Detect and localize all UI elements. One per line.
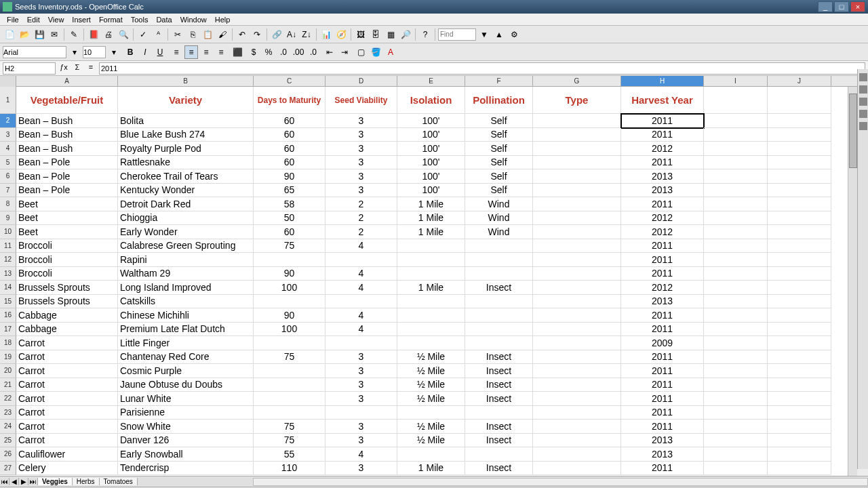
cell[interactable]: 2011 bbox=[621, 128, 704, 142]
cell[interactable] bbox=[254, 364, 326, 378]
cell[interactable] bbox=[704, 197, 768, 211]
cut-icon[interactable]: ✂ bbox=[171, 28, 184, 41]
cell[interactable]: Self bbox=[465, 169, 533, 184]
cell[interactable]: 3 bbox=[326, 156, 397, 170]
cell[interactable] bbox=[326, 253, 397, 267]
maximize-button[interactable]: □ bbox=[834, 1, 849, 12]
find-next-icon[interactable]: ▼ bbox=[477, 28, 491, 41]
align-justify-button[interactable]: ≡ bbox=[214, 45, 228, 59]
cell[interactable]: Carrot bbox=[16, 350, 118, 365]
cell[interactable] bbox=[768, 253, 831, 267]
cell[interactable]: 100' bbox=[397, 184, 465, 198]
menu-file[interactable]: File bbox=[3, 16, 23, 24]
cell[interactable]: 2011 bbox=[621, 350, 704, 365]
col-header-f[interactable]: F bbox=[465, 76, 533, 86]
cell[interactable] bbox=[533, 378, 621, 392]
pdf-icon[interactable]: 📕 bbox=[87, 28, 100, 41]
tab-prev-icon[interactable]: ◀ bbox=[9, 478, 19, 485]
cell[interactable] bbox=[768, 434, 831, 448]
cell[interactable]: 2011 bbox=[621, 323, 704, 337]
col-header-i[interactable]: I bbox=[704, 76, 768, 86]
cell[interactable]: Jaune Obtuse du Doubs bbox=[118, 378, 254, 392]
gallery-icon[interactable]: 🖼 bbox=[354, 28, 368, 41]
col-header-e[interactable]: E bbox=[397, 76, 465, 86]
cell[interactable] bbox=[533, 225, 621, 239]
cell[interactable]: 2 bbox=[326, 211, 397, 226]
font-name-input[interactable] bbox=[3, 46, 66, 58]
cell[interactable]: 100' bbox=[397, 156, 465, 170]
cell[interactable]: 3 bbox=[326, 420, 397, 434]
cell[interactable]: 2011 bbox=[621, 308, 704, 323]
cell[interactable] bbox=[533, 364, 621, 378]
cell[interactable]: 2013 bbox=[621, 184, 704, 198]
cell[interactable]: 2012 bbox=[621, 142, 704, 156]
cell[interactable] bbox=[704, 156, 768, 170]
undo-icon[interactable]: ↶ bbox=[235, 28, 249, 41]
merge-button[interactable]: ⬛ bbox=[231, 45, 244, 59]
cell[interactable] bbox=[533, 392, 621, 406]
cell[interactable]: 2011 bbox=[621, 253, 704, 267]
equals-icon[interactable]: = bbox=[85, 63, 96, 74]
cell[interactable] bbox=[704, 392, 768, 406]
cell[interactable]: 3 bbox=[326, 184, 397, 198]
cell[interactable] bbox=[465, 406, 533, 420]
cell[interactable] bbox=[254, 392, 326, 406]
cell[interactable] bbox=[768, 350, 831, 365]
cell[interactable]: Tendercrisp bbox=[118, 462, 254, 476]
cell[interactable] bbox=[533, 184, 621, 198]
cell[interactable] bbox=[533, 114, 621, 128]
cell-reference-input[interactable] bbox=[3, 62, 56, 75]
row-header[interactable]: 27 bbox=[0, 462, 16, 476]
cell[interactable] bbox=[533, 197, 621, 211]
cell[interactable]: 1 Mile bbox=[397, 225, 465, 239]
cell[interactable] bbox=[397, 308, 465, 323]
tab-next-icon[interactable]: ▶ bbox=[19, 478, 28, 485]
navigator-icon[interactable]: 🧭 bbox=[334, 28, 348, 41]
cell[interactable]: 100 bbox=[254, 281, 326, 295]
cell[interactable]: Chioggia bbox=[118, 211, 254, 226]
cell[interactable]: Bean – Pole bbox=[16, 184, 118, 198]
cell[interactable]: Bean – Pole bbox=[16, 156, 118, 170]
underline-button[interactable]: U bbox=[153, 45, 167, 59]
cell[interactable] bbox=[465, 447, 533, 462]
cell[interactable]: Broccoli bbox=[16, 239, 118, 253]
cell[interactable]: Wind bbox=[465, 225, 533, 239]
align-right-button[interactable]: ≡ bbox=[199, 45, 213, 59]
cell[interactable] bbox=[533, 253, 621, 267]
find-input[interactable] bbox=[438, 28, 476, 41]
chart-icon[interactable]: 📊 bbox=[319, 28, 333, 41]
cell[interactable] bbox=[254, 378, 326, 392]
formatpaint-icon[interactable]: 🖌 bbox=[216, 28, 229, 41]
cell[interactable]: 90 bbox=[254, 308, 326, 323]
function-wizard-icon[interactable]: ƒx bbox=[58, 63, 69, 74]
header-cell[interactable]: Variety bbox=[118, 87, 254, 114]
align-center-button[interactable]: ≡ bbox=[184, 45, 198, 59]
cell[interactable]: 75 bbox=[254, 239, 326, 253]
cell[interactable]: 2012 bbox=[621, 225, 704, 239]
cell[interactable]: Celery bbox=[16, 462, 118, 476]
cell[interactable]: 50 bbox=[254, 211, 326, 226]
cell[interactable]: 75 bbox=[254, 350, 326, 365]
formula-input[interactable] bbox=[99, 62, 865, 75]
cell[interactable] bbox=[768, 114, 831, 128]
cell[interactable]: Insect bbox=[465, 378, 533, 392]
cell[interactable] bbox=[533, 211, 621, 226]
cell[interactable] bbox=[326, 406, 397, 420]
cell[interactable]: 100' bbox=[397, 128, 465, 142]
row-header[interactable]: 4 bbox=[0, 142, 16, 156]
cell[interactable]: 2011 bbox=[621, 462, 704, 476]
cell[interactable]: Rapini bbox=[118, 253, 254, 267]
align-left-button[interactable]: ≡ bbox=[170, 45, 183, 59]
edit-icon[interactable]: ✎ bbox=[67, 28, 81, 41]
cell[interactable] bbox=[465, 295, 533, 309]
cell[interactable]: 100' bbox=[397, 114, 465, 128]
cell[interactable] bbox=[533, 323, 621, 337]
cell[interactable]: ½ Mile bbox=[397, 378, 465, 392]
cell[interactable] bbox=[254, 295, 326, 309]
paste-icon[interactable]: 📋 bbox=[201, 28, 214, 41]
row-header[interactable]: 15 bbox=[0, 295, 16, 309]
cell[interactable] bbox=[704, 462, 768, 476]
cell[interactable] bbox=[704, 225, 768, 239]
cell[interactable]: Long Island Improved bbox=[118, 281, 254, 295]
autospell-icon[interactable]: ᴬ bbox=[151, 28, 165, 41]
